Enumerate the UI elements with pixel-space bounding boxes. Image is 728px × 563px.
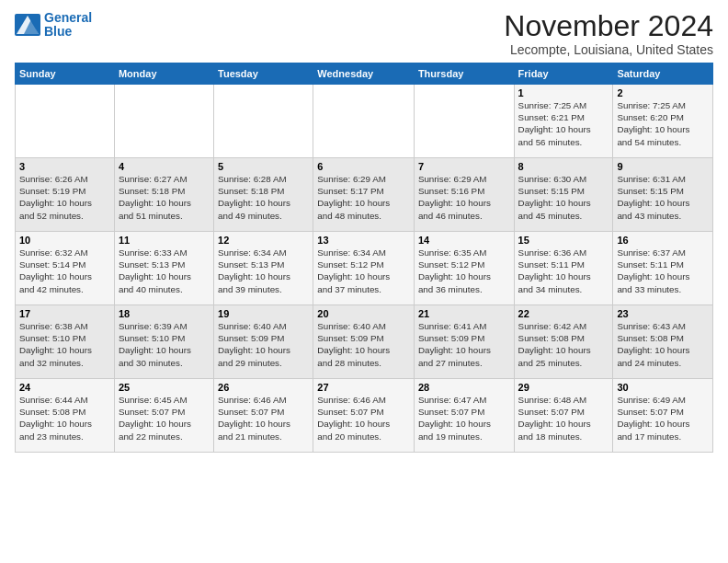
page: General Blue November 2024 Lecompte, Lou… [0, 0, 728, 563]
day-number: 8 [518, 161, 609, 172]
title-block: November 2024 Lecompte, Louisiana, Unite… [504, 11, 713, 57]
day-number: 20 [317, 308, 410, 319]
day-info: Sunrise: 6:32 AM Sunset: 5:14 PM Dayligh… [19, 247, 110, 295]
calendar-week-1: 1Sunrise: 7:25 AM Sunset: 6:21 PM Daylig… [16, 85, 713, 158]
day-info: Sunrise: 6:33 AM Sunset: 5:13 PM Dayligh… [119, 247, 210, 295]
calendar-cell: 22Sunrise: 6:42 AM Sunset: 5:08 PM Dayli… [514, 305, 613, 379]
calendar-cell: 3Sunrise: 6:26 AM Sunset: 5:19 PM Daylig… [16, 158, 115, 232]
logo: General Blue [15, 11, 92, 40]
day-number: 13 [317, 235, 410, 246]
day-info: Sunrise: 6:45 AM Sunset: 5:07 PM Dayligh… [119, 394, 210, 442]
calendar-cell: 9Sunrise: 6:31 AM Sunset: 5:15 PM Daylig… [613, 158, 713, 232]
calendar-cell: 29Sunrise: 6:48 AM Sunset: 5:07 PM Dayli… [514, 379, 613, 453]
day-number: 30 [617, 382, 709, 393]
calendar-cell [16, 85, 115, 158]
calendar-cell: 6Sunrise: 6:29 AM Sunset: 5:17 PM Daylig… [313, 158, 415, 232]
calendar-header-thursday: Thursday [414, 63, 514, 85]
calendar-cell [313, 85, 415, 158]
calendar-cell: 26Sunrise: 6:46 AM Sunset: 5:07 PM Dayli… [214, 379, 313, 453]
day-number: 2 [617, 87, 709, 98]
day-number: 15 [518, 235, 609, 246]
calendar-cell: 7Sunrise: 6:29 AM Sunset: 5:16 PM Daylig… [414, 158, 514, 232]
day-number: 9 [617, 161, 709, 172]
day-number: 3 [19, 161, 110, 172]
calendar-header-monday: Monday [114, 63, 213, 85]
day-number: 16 [617, 235, 709, 246]
day-info: Sunrise: 6:44 AM Sunset: 5:08 PM Dayligh… [19, 394, 110, 442]
day-info: Sunrise: 6:46 AM Sunset: 5:07 PM Dayligh… [317, 394, 410, 442]
calendar-cell: 18Sunrise: 6:39 AM Sunset: 5:10 PM Dayli… [114, 305, 213, 379]
calendar-cell: 21Sunrise: 6:41 AM Sunset: 5:09 PM Dayli… [414, 305, 514, 379]
calendar-cell [214, 85, 313, 158]
header: General Blue November 2024 Lecompte, Lou… [15, 11, 713, 57]
calendar-cell: 27Sunrise: 6:46 AM Sunset: 5:07 PM Dayli… [313, 379, 415, 453]
day-number: 7 [418, 161, 510, 172]
day-info: Sunrise: 6:27 AM Sunset: 5:18 PM Dayligh… [119, 173, 210, 222]
calendar-cell: 19Sunrise: 6:40 AM Sunset: 5:09 PM Dayli… [214, 305, 313, 379]
day-number: 27 [317, 382, 410, 393]
calendar-cell: 2Sunrise: 7:25 AM Sunset: 6:20 PM Daylig… [613, 85, 713, 158]
day-number: 29 [518, 382, 609, 393]
day-number: 21 [418, 308, 510, 319]
day-info: Sunrise: 6:34 AM Sunset: 5:12 PM Dayligh… [317, 247, 410, 295]
day-number: 25 [119, 382, 210, 393]
calendar-cell: 5Sunrise: 6:28 AM Sunset: 5:18 PM Daylig… [214, 158, 313, 232]
calendar-header-row: SundayMondayTuesdayWednesdayThursdayFrid… [16, 63, 713, 85]
calendar-cell: 17Sunrise: 6:38 AM Sunset: 5:10 PM Dayli… [16, 305, 115, 379]
day-number: 11 [119, 235, 210, 246]
subtitle: Lecompte, Louisiana, United States [504, 42, 713, 57]
day-number: 17 [19, 308, 110, 319]
day-info: Sunrise: 6:26 AM Sunset: 5:19 PM Dayligh… [19, 173, 110, 222]
day-info: Sunrise: 6:39 AM Sunset: 5:10 PM Dayligh… [119, 320, 210, 369]
calendar-week-5: 24Sunrise: 6:44 AM Sunset: 5:08 PM Dayli… [16, 379, 713, 453]
day-info: Sunrise: 6:31 AM Sunset: 5:15 PM Dayligh… [617, 173, 709, 222]
calendar-cell: 28Sunrise: 6:47 AM Sunset: 5:07 PM Dayli… [414, 379, 514, 453]
calendar-week-2: 3Sunrise: 6:26 AM Sunset: 5:19 PM Daylig… [16, 158, 713, 232]
logo-blue: Blue [44, 24, 72, 39]
calendar-cell: 11Sunrise: 6:33 AM Sunset: 5:13 PM Dayli… [114, 232, 213, 305]
calendar-week-3: 10Sunrise: 6:32 AM Sunset: 5:14 PM Dayli… [16, 232, 713, 305]
day-info: Sunrise: 6:37 AM Sunset: 5:11 PM Dayligh… [617, 247, 709, 295]
calendar-cell: 14Sunrise: 6:35 AM Sunset: 5:12 PM Dayli… [414, 232, 514, 305]
calendar-cell: 10Sunrise: 6:32 AM Sunset: 5:14 PM Dayli… [16, 232, 115, 305]
day-info: Sunrise: 6:47 AM Sunset: 5:07 PM Dayligh… [418, 394, 510, 442]
logo-icon [15, 14, 40, 36]
calendar-header-tuesday: Tuesday [214, 63, 313, 85]
day-info: Sunrise: 6:36 AM Sunset: 5:11 PM Dayligh… [518, 247, 609, 295]
day-info: Sunrise: 6:48 AM Sunset: 5:07 PM Dayligh… [518, 394, 609, 442]
day-info: Sunrise: 6:29 AM Sunset: 5:17 PM Dayligh… [317, 173, 410, 222]
calendar-cell [414, 85, 514, 158]
calendar-header-saturday: Saturday [613, 63, 713, 85]
calendar-header-friday: Friday [514, 63, 613, 85]
calendar-cell: 15Sunrise: 6:36 AM Sunset: 5:11 PM Dayli… [514, 232, 613, 305]
logo-general: General [44, 10, 92, 25]
day-info: Sunrise: 6:29 AM Sunset: 5:16 PM Dayligh… [418, 173, 510, 222]
day-number: 23 [617, 308, 709, 319]
day-number: 18 [119, 308, 210, 319]
day-number: 24 [19, 382, 110, 393]
calendar-cell: 13Sunrise: 6:34 AM Sunset: 5:12 PM Dayli… [313, 232, 415, 305]
calendar-header-wednesday: Wednesday [313, 63, 415, 85]
logo-text: General Blue [44, 11, 92, 40]
day-info: Sunrise: 6:43 AM Sunset: 5:08 PM Dayligh… [617, 320, 709, 369]
day-info: Sunrise: 6:34 AM Sunset: 5:13 PM Dayligh… [218, 247, 309, 295]
calendar-cell: 4Sunrise: 6:27 AM Sunset: 5:18 PM Daylig… [114, 158, 213, 232]
day-number: 10 [19, 235, 110, 246]
day-info: Sunrise: 7:25 AM Sunset: 6:21 PM Dayligh… [518, 99, 609, 148]
day-info: Sunrise: 6:41 AM Sunset: 5:09 PM Dayligh… [418, 320, 510, 369]
day-info: Sunrise: 6:30 AM Sunset: 5:15 PM Dayligh… [518, 173, 609, 222]
calendar-cell [114, 85, 213, 158]
day-number: 26 [218, 382, 309, 393]
calendar-cell: 23Sunrise: 6:43 AM Sunset: 5:08 PM Dayli… [613, 305, 713, 379]
day-number: 12 [218, 235, 309, 246]
day-number: 6 [317, 161, 410, 172]
calendar-cell: 30Sunrise: 6:49 AM Sunset: 5:07 PM Dayli… [613, 379, 713, 453]
calendar-cell: 12Sunrise: 6:34 AM Sunset: 5:13 PM Dayli… [214, 232, 313, 305]
calendar: SundayMondayTuesdayWednesdayThursdayFrid… [15, 63, 713, 453]
day-info: Sunrise: 7:25 AM Sunset: 6:20 PM Dayligh… [617, 99, 709, 148]
calendar-cell: 1Sunrise: 7:25 AM Sunset: 6:21 PM Daylig… [514, 85, 613, 158]
main-title: November 2024 [504, 11, 713, 40]
day-info: Sunrise: 6:42 AM Sunset: 5:08 PM Dayligh… [518, 320, 609, 369]
calendar-cell: 25Sunrise: 6:45 AM Sunset: 5:07 PM Dayli… [114, 379, 213, 453]
calendar-cell: 16Sunrise: 6:37 AM Sunset: 5:11 PM Dayli… [613, 232, 713, 305]
